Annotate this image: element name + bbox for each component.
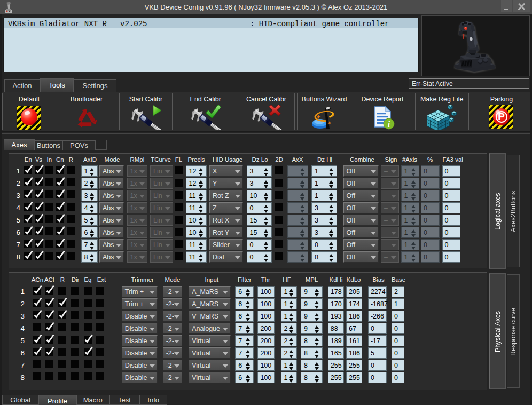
svg-text:i: i <box>388 120 390 129</box>
